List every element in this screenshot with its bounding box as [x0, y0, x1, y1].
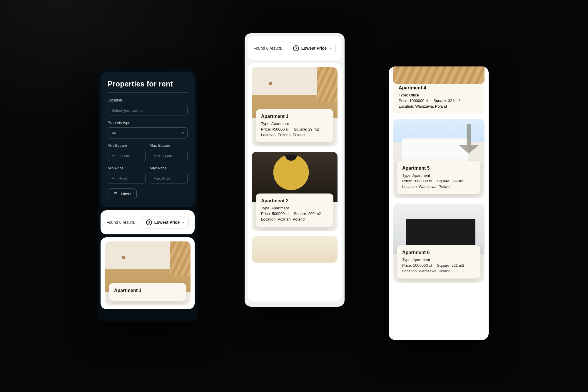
- listing-info: Apartment 4 Type: Office Price: 1000000 …: [393, 81, 485, 114]
- max-price-label: Max Price: [150, 166, 188, 170]
- listing-panel: Apartment 4 Type: Office Price: 1000000 …: [389, 66, 489, 287]
- mobile-screen-filters: Properties for rent Location Property ty…: [98, 69, 198, 322]
- listing-price: 1000000 zł: [413, 263, 432, 268]
- price-label: Price:: [261, 211, 272, 216]
- location-label: Location:: [261, 133, 278, 137]
- listing-location: Warszawa, Poland: [415, 104, 447, 109]
- listing-price: 450000 zł: [272, 127, 288, 131]
- location-label: Location:: [399, 104, 415, 109]
- property-type-label: Property type: [108, 121, 188, 125]
- type-label: Type:: [399, 93, 409, 97]
- chevron-down-icon: ▾: [182, 131, 184, 135]
- filter-icon: [113, 191, 118, 196]
- listing-type: Apartment: [412, 258, 430, 262]
- listing-square: 521 m2: [452, 263, 464, 268]
- listing-info: Apartment 1: [109, 283, 186, 301]
- currency-icon: S: [146, 219, 152, 225]
- listing-type: Apartment: [412, 173, 430, 178]
- listing-type: Apartment: [271, 121, 289, 126]
- square-label: Square:: [433, 99, 448, 103]
- chevron-down-icon: ▾: [330, 46, 331, 50]
- listing-location: Warszawa, Poland: [419, 184, 450, 189]
- filters-button-label: Filters: [121, 192, 131, 196]
- listing-card[interactable]: Apartment 5 Type: Apartment Price: 10000…: [393, 119, 485, 198]
- listing-location: Poznań, Poland: [278, 133, 305, 137]
- listing-card[interactable]: Apartment 1 Type: Apartment Price: 45000…: [252, 67, 338, 146]
- sort-label: Lowest Price: [301, 46, 327, 51]
- min-square-input[interactable]: [108, 150, 146, 161]
- field-max-square: Max Square: [150, 143, 188, 161]
- listing-card[interactable]: [252, 236, 338, 263]
- type-label: Type:: [402, 258, 412, 262]
- location-label: Location:: [261, 217, 278, 221]
- sort-button[interactable]: S Lowest Price ▾: [142, 216, 189, 228]
- max-square-input[interactable]: [150, 150, 188, 161]
- square-label: Square:: [437, 263, 451, 268]
- field-property-type: Property type All ▾: [108, 121, 188, 139]
- type-label: Type:: [261, 121, 271, 126]
- filters-button[interactable]: Filters: [108, 189, 137, 199]
- listing-name: Apartment 5: [402, 166, 475, 171]
- results-count: Found 6 results: [253, 46, 282, 51]
- listing-panel: Apartment 1: [101, 237, 195, 309]
- listing-square: 356 m2: [452, 179, 464, 183]
- page-title: Properties for rent: [108, 80, 188, 93]
- type-label: Type:: [402, 173, 412, 178]
- square-label: Square:: [437, 179, 451, 183]
- location-label: Location:: [402, 184, 419, 189]
- listing-price: 500000 zł: [272, 211, 288, 216]
- results-bar: Found 6 results S Lowest Price ▾: [248, 36, 342, 60]
- sort-button[interactable]: S Lowest Price ▾: [289, 42, 336, 54]
- listing-name: Apartment 4: [399, 85, 479, 91]
- listing-panel: Apartment 1 Type: Apartment Price: 45000…: [248, 63, 342, 301]
- listing-name: Apartment 1: [261, 114, 328, 119]
- price-label: Price:: [402, 263, 413, 268]
- mobile-screen-results-top: Found 6 results S Lowest Price ▾ Apartme…: [245, 33, 345, 307]
- filter-panel: Properties for rent Location Property ty…: [101, 72, 195, 207]
- type-label: Type:: [261, 206, 271, 210]
- sort-label: Lowest Price: [154, 220, 180, 225]
- location-label: Location:: [402, 269, 419, 273]
- listing-type: Apartment: [271, 206, 289, 210]
- property-type-select[interactable]: All ▾: [108, 127, 188, 139]
- results-count: Found 6 results: [106, 220, 135, 225]
- field-location: Location: [108, 98, 188, 116]
- square-label: Square:: [294, 127, 308, 131]
- price-label: Price:: [261, 127, 272, 131]
- listing-card[interactable]: Apartment 1: [105, 241, 191, 305]
- listing-photo: [393, 66, 485, 84]
- listing-location: Warszawa, Poland: [419, 269, 450, 273]
- min-square-label: Min Square: [108, 143, 146, 148]
- listing-info: Apartment 2 Type: Apartment Price: 50000…: [256, 194, 333, 227]
- price-label: Price:: [399, 99, 410, 103]
- listing-square: 29 m2: [308, 127, 319, 131]
- max-square-label: Max Square: [150, 143, 188, 148]
- location-label: Location: [108, 98, 188, 102]
- location-input[interactable]: [108, 105, 188, 116]
- min-price-input[interactable]: [108, 173, 146, 184]
- listing-location: Poznań, Poland: [278, 217, 305, 221]
- price-label: Price:: [402, 179, 413, 183]
- listing-square: 200 m2: [308, 211, 321, 216]
- field-min-price: Min Price: [108, 166, 146, 184]
- chevron-down-icon: ▾: [183, 221, 184, 224]
- listing-name: Apartment 2: [261, 198, 328, 203]
- listing-info: Apartment 5 Type: Apartment Price: 10000…: [397, 161, 480, 194]
- property-type-value: All: [111, 131, 116, 135]
- listing-price: 1000000 zł: [413, 179, 432, 183]
- listing-type: Office: [409, 93, 419, 97]
- field-min-square: Min Square: [108, 143, 146, 161]
- results-bar: Found 6 results S Lowest Price ▾: [101, 210, 195, 234]
- listing-name: Apartment 1: [114, 288, 181, 293]
- max-price-input[interactable]: [150, 173, 188, 184]
- listing-info: Apartment 1 Type: Apartment Price: 45000…: [256, 109, 333, 142]
- listing-photo: [252, 236, 338, 263]
- currency-icon: S: [293, 45, 299, 51]
- field-max-price: Max Price: [150, 166, 188, 184]
- square-label: Square:: [294, 211, 308, 216]
- listing-card[interactable]: Apartment 6 Type: Apartment Price: 10000…: [393, 203, 485, 283]
- min-price-label: Min Price: [108, 166, 146, 170]
- listing-name: Apartment 6: [402, 250, 475, 255]
- mobile-screen-results-bottom: Apartment 4 Type: Office Price: 1000000 …: [389, 66, 489, 340]
- listing-card[interactable]: Apartment 2 Type: Apartment Price: 50000…: [252, 152, 338, 231]
